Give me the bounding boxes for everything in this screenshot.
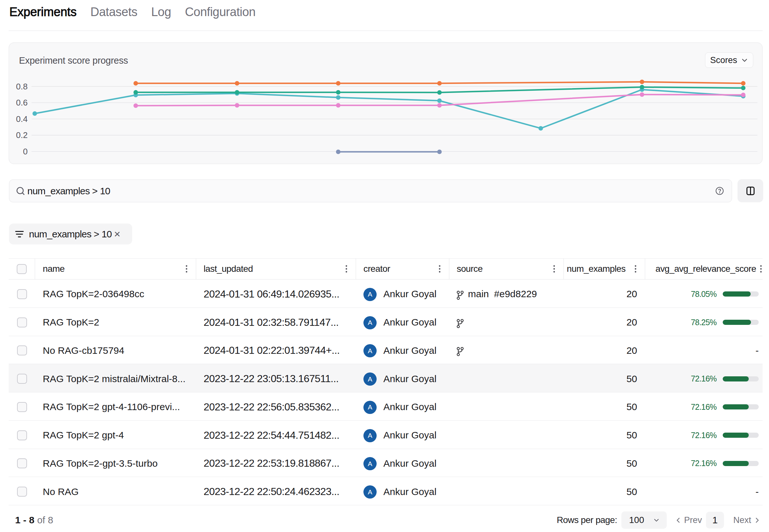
svg-text:0.4: 0.4: [16, 114, 28, 124]
svg-text:0.6: 0.6: [16, 98, 28, 107]
svg-text:0.2: 0.2: [16, 130, 28, 140]
svg-text:0: 0: [23, 147, 28, 156]
svg-text:0.8: 0.8: [16, 82, 28, 91]
